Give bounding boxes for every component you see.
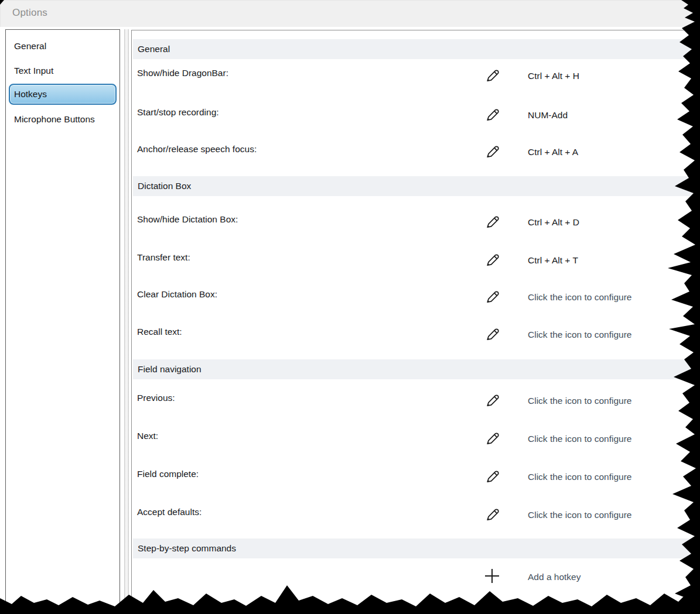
- hotkey-value: Ctrl + Alt + D: [528, 217, 579, 228]
- hotkey-value: Click the icon to configure: [528, 472, 631, 482]
- hotkey-label: Transfer text:: [137, 252, 190, 263]
- section-header-dictation-box: Dictation Box: [133, 176, 700, 196]
- pencil-icon: [484, 469, 500, 485]
- hotkey-row: Start/stop recording: NUM-Add: [132, 98, 700, 136]
- add-hotkey-label: Add a hotkey: [528, 572, 581, 582]
- hotkey-row: Show/hide Dictation Box: Ctrl + Alt + D: [132, 205, 700, 243]
- hotkey-value: Ctrl + Alt + T: [528, 255, 578, 266]
- section-header-general: General: [133, 39, 700, 59]
- edit-hotkey-button[interactable]: [482, 142, 502, 162]
- hotkey-row: Next: Click the icon to configure: [132, 421, 700, 459]
- pencil-icon: [484, 68, 500, 84]
- add-hotkey-row: Add a hotkey: [132, 563, 700, 601]
- edit-hotkey-button[interactable]: [482, 390, 502, 410]
- edit-hotkey-button[interactable]: [482, 466, 502, 486]
- edit-hotkey-button[interactable]: [482, 250, 502, 270]
- hotkey-label: Field complete:: [137, 469, 199, 479]
- section-header-field-navigation: Field navigation: [133, 359, 700, 379]
- add-hotkey-button[interactable]: [482, 566, 502, 586]
- hotkey-row: Previous: Click the icon to configure: [132, 383, 700, 421]
- pencil-icon: [484, 144, 500, 160]
- hotkey-label: Previous:: [137, 393, 175, 403]
- hotkey-label: Next:: [137, 431, 158, 441]
- edit-hotkey-button[interactable]: [482, 287, 502, 307]
- hotkey-label: Accept defaults:: [137, 507, 202, 517]
- hotkey-row: Show/hide DragonBar: Ctrl + Alt + H: [132, 59, 700, 97]
- hotkey-label: Recall text:: [137, 327, 182, 337]
- hotkey-label: Start/stop recording:: [137, 107, 219, 118]
- hotkey-value: Click the icon to configure: [528, 434, 631, 444]
- options-window: Options General Text Input Hotkeys Micro…: [0, 0, 700, 614]
- edit-hotkey-button[interactable]: [482, 105, 502, 125]
- hotkey-value: Click the icon to configure: [528, 510, 631, 520]
- pencil-icon: [484, 327, 500, 342]
- sidebar-item-general[interactable]: General: [9, 36, 117, 57]
- splitter-handle[interactable]: [124, 29, 129, 614]
- hotkeys-panel: General Show/hide DragonBar: Ctrl + Alt …: [131, 30, 700, 614]
- hotkey-row: Accept defaults: Click the icon to confi…: [132, 498, 700, 536]
- edit-hotkey-button[interactable]: [482, 428, 502, 448]
- sidebar-item-microphone-buttons[interactable]: Microphone Buttons: [9, 109, 117, 130]
- pencil-icon: [484, 289, 500, 305]
- section-title: General: [138, 44, 170, 54]
- hotkey-label: Show/hide DragonBar:: [137, 68, 228, 78]
- hotkey-row: Recall text: Click the icon to configure: [132, 317, 700, 355]
- sidebar-item-text-input[interactable]: Text Input: [9, 60, 117, 81]
- hotkey-label: Anchor/release speech focus:: [137, 144, 257, 155]
- hotkey-row: Field complete: Click the icon to config…: [132, 459, 700, 498]
- titlebar: Options: [0, 0, 700, 27]
- hotkey-value: Click the icon to configure: [528, 396, 631, 406]
- pencil-icon: [484, 507, 500, 523]
- hotkey-value: NUM-Add: [528, 110, 568, 121]
- pencil-icon: [484, 214, 500, 230]
- pencil-icon: [484, 252, 500, 268]
- hotkey-row: Transfer text: Ctrl + Alt + T: [132, 243, 700, 281]
- hotkey-value: Click the icon to configure: [528, 292, 631, 303]
- hotkey-label: Clear Dictation Box:: [137, 289, 217, 300]
- sidebar-nav: General Text Input Hotkeys Microphone Bu…: [5, 29, 120, 614]
- sidebar-item-hotkeys[interactable]: Hotkeys: [9, 84, 117, 105]
- hotkey-value: Click the icon to configure: [528, 330, 631, 340]
- section-title: Step-by-step commands: [138, 543, 236, 554]
- edit-hotkey-button[interactable]: [482, 212, 502, 232]
- edit-hotkey-button[interactable]: [482, 505, 502, 524]
- section-title: Field navigation: [138, 364, 202, 375]
- section-title: Dictation Box: [138, 181, 191, 191]
- hotkey-value: Ctrl + Alt + A: [528, 147, 578, 157]
- hotkey-value: Ctrl + Alt + H: [528, 71, 579, 81]
- hotkey-row: Clear Dictation Box: Click the icon to c…: [132, 280, 700, 318]
- hotkey-label: Show/hide Dictation Box:: [137, 214, 238, 225]
- hotkey-row: Anchor/release speech focus: Ctrl + Alt …: [132, 135, 700, 173]
- pencil-icon: [484, 393, 500, 409]
- edit-hotkey-button[interactable]: [482, 324, 502, 344]
- pencil-icon: [484, 107, 500, 123]
- window-title: Options: [12, 7, 47, 19]
- edit-hotkey-button[interactable]: [482, 66, 502, 85]
- pencil-icon: [484, 431, 500, 447]
- plus-icon: [483, 567, 501, 585]
- section-header-step-by-step-commands: Step-by-step commands: [133, 538, 700, 558]
